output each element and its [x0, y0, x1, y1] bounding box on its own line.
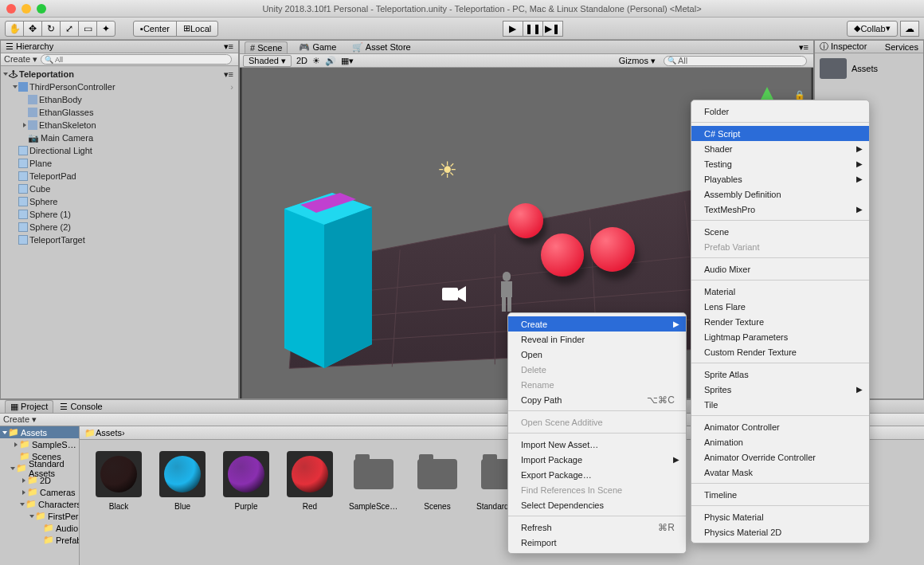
tab-services[interactable]: Services [885, 42, 918, 52]
light-toggle-icon[interactable]: ☀ [312, 56, 320, 66]
menu-audio-mixer[interactable]: Audio Mixer [691, 261, 869, 277]
menu-shader[interactable]: Shader▶ [691, 141, 869, 156]
fx-toggle-icon[interactable]: ▦▾ [341, 56, 354, 66]
menu-avatar-mask[interactable]: Avatar Mask [691, 465, 869, 480]
maximize-window-icon[interactable] [37, 4, 46, 14]
menu-physics-material-2d[interactable]: Physics Material 2D [691, 524, 869, 539]
menu-select-deps[interactable]: Select Dependencies [508, 497, 686, 512]
pause-button[interactable]: ❚❚ [523, 21, 543, 37]
pivot-center-toggle[interactable]: ▪ Center [133, 21, 177, 37]
menu-scene[interactable]: Scene [691, 224, 869, 239]
rect-tool[interactable]: ▭ [78, 21, 97, 37]
menu-csharp-script[interactable]: C# Script [691, 126, 869, 141]
menu-tile[interactable]: Tile [691, 397, 869, 412]
menu-folder[interactable]: Folder [691, 104, 869, 119]
menu-testing[interactable]: Testing▶ [691, 156, 869, 171]
hierarchy-tab[interactable]: ☰ Hierarchy [6, 41, 53, 52]
hierarchy-item[interactable]: 📷Main Camera [1, 131, 238, 144]
hierarchy-item[interactable]: EthanGlasses [1, 106, 238, 119]
hierarchy-item[interactable]: Sphere (1) [1, 208, 238, 221]
hierarchy-item[interactable]: Sphere (2) [1, 221, 238, 233]
step-button[interactable]: ▶❚ [542, 21, 563, 37]
cloud-button[interactable]: ☁ [900, 21, 919, 37]
hierarchy-item[interactable]: EthanBody [1, 93, 238, 106]
menu-reimport[interactable]: Reimport [508, 535, 686, 550]
menu-physic-material[interactable]: Physic Material [691, 509, 869, 524]
gizmos-dropdown[interactable]: Gizmos ▾ [619, 56, 656, 66]
menu-reveal[interactable]: Reveal in Finder [508, 332, 686, 347]
play-controls: ▶ ❚❚ ▶❚ [503, 21, 563, 37]
menu-import-new[interactable]: Import New Asset… [508, 437, 686, 452]
hierarchy-search[interactable]: 🔍 All [41, 54, 232, 65]
menu-import-package[interactable]: Import Package▶ [508, 452, 686, 467]
menu-copypath[interactable]: Copy Path⌥⌘C [508, 392, 686, 407]
svg-marker-22 [458, 286, 466, 302]
create-dropdown[interactable]: Create ▾ [4, 54, 37, 65]
hierarchy-item[interactable]: EthanSkeleton [1, 119, 238, 131]
panel-menu-icon[interactable]: ▾≡ [799, 42, 808, 53]
titlebar: Unity 2018.3.10f1 Personal - Teleportati… [0, 0, 924, 18]
svg-rect-18 [501, 281, 512, 297]
collab-button[interactable]: ◆ Collab ▾ [847, 21, 898, 37]
hierarchy-item[interactable]: Cube [1, 182, 238, 195]
project-item[interactable]: SampleScenes [349, 451, 398, 554]
tab-project[interactable]: ▦ Project [5, 400, 53, 413]
play-button[interactable]: ▶ [503, 21, 523, 37]
tab-scene[interactable]: # Scene [245, 41, 288, 53]
hierarchy-panel: ☰ Hierarchy▾≡ Create ▾🔍 All 🕹 Teleportat… [0, 40, 239, 399]
hierarchy-item[interactable]: TeleportTarget [1, 233, 238, 246]
tab-console[interactable]: ☰ Console [60, 402, 102, 412]
menu-material[interactable]: Material [691, 284, 869, 299]
hierarchy-item[interactable]: ThirdPersonController› [1, 80, 238, 93]
hand-tool[interactable]: ✋ [5, 21, 24, 37]
menu-playables[interactable]: Playables▶ [691, 171, 869, 186]
2d-toggle[interactable]: 2D [296, 56, 307, 65]
menu-delete: Delete [508, 362, 686, 377]
project-item[interactable]: Scenes [413, 451, 462, 554]
project-item[interactable]: Blue [158, 451, 207, 554]
menu-animator-override[interactable]: Animator Override Controller [691, 449, 869, 465]
project-create-dropdown[interactable]: Create ▾ [3, 414, 37, 425]
menu-asmdef[interactable]: Assembly Definition [691, 186, 869, 202]
scale-tool[interactable]: ⤢ [60, 21, 79, 37]
tab-game[interactable]: 🎮 Game [294, 41, 341, 53]
project-item[interactable]: Red [285, 451, 335, 554]
svg-marker-15 [324, 207, 372, 368]
menu-custom-rt[interactable]: Custom Render Texture [691, 344, 869, 359]
hierarchy-tree[interactable]: 🕹 Teleportation▾≡ ThirdPersonController›… [1, 66, 238, 398]
menu-sprite-atlas[interactable]: Sprite Atlas [691, 367, 869, 382]
audio-toggle-icon[interactable]: 🔊 [325, 56, 336, 66]
menu-open[interactable]: Open [508, 347, 686, 362]
scene-search[interactable]: 🔍 All [664, 56, 807, 66]
hierarchy-item[interactable]: Sphere [1, 195, 238, 208]
scene-root[interactable]: 🕹 Teleportation▾≡ [1, 68, 238, 80]
hierarchy-item[interactable]: Directional Light [1, 144, 238, 157]
menu-render-texture[interactable]: Render Texture [691, 314, 869, 329]
transform-tool[interactable]: ✦ [96, 21, 116, 37]
menu-export-package[interactable]: Export Package… [508, 467, 686, 482]
project-item[interactable]: Purple [221, 451, 271, 554]
menu-animator-controller[interactable]: Animator Controller [691, 419, 869, 434]
menu-lens-flare[interactable]: Lens Flare [691, 299, 869, 314]
tab-inspector[interactable]: ⓘ Inspector [820, 41, 867, 53]
move-tool[interactable]: ✥ [23, 21, 42, 37]
close-window-icon[interactable] [6, 4, 16, 14]
menu-timeline[interactable]: Timeline [691, 487, 869, 502]
shading-mode[interactable]: Shaded ▾ [243, 55, 292, 67]
minimize-window-icon[interactable] [22, 4, 31, 14]
hierarchy-item[interactable]: TeleportPad [1, 170, 238, 182]
global-local-toggle[interactable]: ⊞ Local [176, 21, 218, 37]
panel-menu-icon[interactable]: ▾≡ [224, 41, 233, 52]
menu-lightmap[interactable]: Lightmap Parameters [691, 329, 869, 344]
menu-sprites[interactable]: Sprites▶ [691, 382, 869, 397]
hierarchy-item[interactable]: Plane [1, 157, 238, 170]
menu-refresh[interactable]: Refresh⌘R [508, 520, 686, 535]
menu-textmeshpro[interactable]: TextMeshPro▶ [691, 202, 869, 217]
project-tree[interactable]: 📁 Assets 📁 SampleScenes 📁 Scenes 📁 Stand… [0, 426, 80, 565]
menu-create[interactable]: Create▶ [508, 316, 686, 332]
rotate-tool[interactable]: ↻ [41, 21, 61, 37]
tab-asset-store[interactable]: 🛒 Asset Store [347, 41, 415, 53]
project-item[interactable]: Black [94, 451, 143, 554]
menu-animation[interactable]: Animation [691, 434, 869, 449]
sun-icon: ☀ [437, 157, 457, 183]
